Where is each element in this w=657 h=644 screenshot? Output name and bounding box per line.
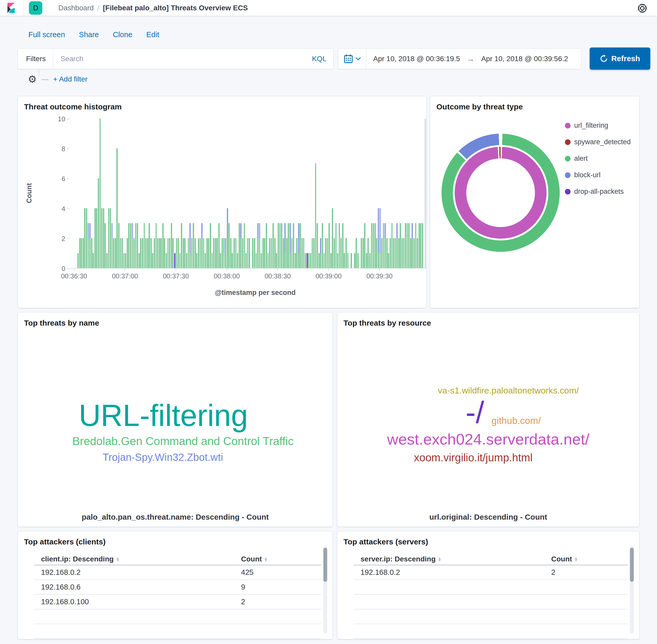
clone-link[interactable]: Clone (113, 30, 132, 39)
histogram-bar[interactable] (375, 223, 376, 268)
histogram-bar[interactable] (179, 253, 181, 268)
search-input[interactable] (53, 55, 312, 63)
table-row[interactable]: 192.168.0.69 (34, 580, 321, 595)
histogram-bar[interactable] (215, 238, 216, 268)
histogram-bar[interactable] (391, 223, 393, 268)
histogram-bar[interactable] (101, 208, 103, 268)
histogram-bar[interactable] (259, 223, 260, 268)
histogram-bar[interactable] (327, 238, 328, 268)
histogram-bar[interactable] (315, 163, 316, 268)
histogram-bar[interactable] (254, 238, 255, 268)
histogram-bar[interactable] (116, 148, 118, 268)
histogram-bar[interactable] (325, 238, 326, 268)
tag-item[interactable]: Trojan-Spy.Win32.Zbot.wti (103, 452, 223, 463)
histogram-bar[interactable] (128, 223, 130, 268)
count-column-header[interactable]: Count▲▼ (551, 555, 628, 563)
histogram-bar[interactable] (133, 238, 135, 268)
histogram-bar[interactable] (171, 223, 172, 268)
histogram-plot[interactable]: 024681000:36:3000:37:0000:37:3000:38:000… (69, 119, 427, 269)
histogram-bar[interactable] (367, 238, 369, 268)
histogram-bar[interactable] (162, 223, 164, 268)
histogram-bar[interactable] (283, 238, 284, 268)
histogram-bar[interactable] (322, 223, 323, 268)
histogram-bar[interactable] (313, 238, 315, 268)
histogram-bar[interactable] (159, 238, 160, 268)
histogram-bar[interactable] (264, 238, 265, 268)
histogram-bar[interactable] (361, 238, 362, 268)
histogram-bar[interactable] (257, 223, 258, 268)
histogram-bar[interactable] (196, 253, 198, 268)
histogram-bar[interactable] (176, 238, 177, 268)
histogram-bar[interactable] (166, 253, 167, 268)
histogram-bar[interactable] (200, 238, 201, 268)
histogram-bar[interactable] (291, 238, 293, 268)
histogram-bar[interactable] (334, 238, 335, 268)
table-row[interactable]: 192.168.0.22 (354, 565, 628, 580)
histogram-bar[interactable] (281, 223, 282, 268)
histogram-bar[interactable] (407, 223, 408, 268)
full-screen-link[interactable]: Full screen (28, 30, 65, 39)
histogram-bar[interactable] (198, 238, 199, 268)
histogram-bar[interactable] (376, 238, 377, 268)
histogram-bar[interactable] (330, 253, 332, 268)
histogram-bar[interactable] (398, 238, 400, 268)
histogram-bar[interactable] (345, 238, 347, 268)
histogram-bar[interactable] (224, 238, 225, 268)
space-avatar[interactable]: D (29, 1, 42, 15)
histogram-bar[interactable] (174, 253, 176, 268)
add-filter-link[interactable]: + Add filter (53, 75, 88, 83)
histogram-bar[interactable] (320, 238, 321, 268)
histogram-bar[interactable] (298, 223, 299, 268)
histogram-bar[interactable] (300, 223, 301, 268)
histogram-bar[interactable] (268, 253, 269, 268)
histogram-bar[interactable] (130, 223, 131, 268)
histogram-bar[interactable] (340, 238, 342, 268)
histogram-bar[interactable] (290, 223, 291, 268)
histogram-bar[interactable] (152, 253, 153, 268)
histogram-bar[interactable] (108, 208, 109, 268)
clients-scrollbar-thumb[interactable] (323, 548, 327, 582)
histogram-bar[interactable] (118, 223, 119, 268)
count-column-header[interactable]: Count▲▼ (241, 555, 321, 563)
histogram-bar[interactable] (103, 208, 104, 268)
histogram-bar[interactable] (208, 238, 209, 268)
histogram-bar[interactable] (205, 253, 206, 268)
histogram-bar[interactable] (288, 223, 289, 268)
histogram-bar[interactable] (400, 223, 401, 268)
histogram-bar[interactable] (191, 238, 192, 268)
histogram-bar[interactable] (98, 178, 99, 268)
legend-item[interactable]: url_filtering (565, 121, 631, 130)
histogram-bar[interactable] (164, 238, 165, 268)
histogram-bar[interactable] (188, 238, 189, 268)
histogram-bar[interactable] (410, 238, 411, 268)
histogram-bar[interactable] (247, 238, 249, 268)
histogram-bar[interactable] (210, 223, 211, 268)
histogram-bar[interactable] (408, 223, 410, 268)
help-icon[interactable] (637, 3, 647, 13)
donut-panel-title[interactable]: Outcome by threat type (436, 102, 523, 111)
histogram-bar[interactable] (115, 238, 116, 268)
tag-item[interactable]: github.com/ (491, 416, 541, 426)
edit-link[interactable]: Edit (146, 30, 159, 39)
histogram-bar[interactable] (303, 238, 304, 268)
kibana-logo-icon[interactable] (5, 2, 17, 14)
histogram-bar[interactable] (145, 238, 146, 268)
histogram-bar[interactable] (412, 223, 413, 268)
tag-item[interactable]: va-s1.wildfire.paloaltonetworks.com/ (438, 386, 579, 395)
ip-column-header[interactable]: client.ip: Descending▲▼ (34, 555, 241, 563)
histogram-bar[interactable] (249, 238, 250, 268)
histogram-bar[interactable] (296, 238, 297, 268)
histogram-bar[interactable] (142, 238, 143, 268)
histogram-bar[interactable] (293, 223, 294, 268)
histogram-bar[interactable] (137, 223, 138, 268)
histogram-bar[interactable] (413, 238, 415, 268)
histogram-bar[interactable] (220, 253, 221, 268)
histogram-bar[interactable] (318, 253, 320, 268)
table-row[interactable]: 192.168.0.1002 (34, 595, 321, 610)
histogram-bar[interactable] (83, 238, 84, 268)
table-row[interactable]: 192.168.0.2425 (34, 565, 321, 580)
histogram-bar[interactable] (380, 208, 381, 268)
histogram-bar[interactable] (417, 238, 418, 268)
histogram-bar[interactable] (203, 238, 204, 268)
histogram-bar[interactable] (328, 223, 330, 268)
